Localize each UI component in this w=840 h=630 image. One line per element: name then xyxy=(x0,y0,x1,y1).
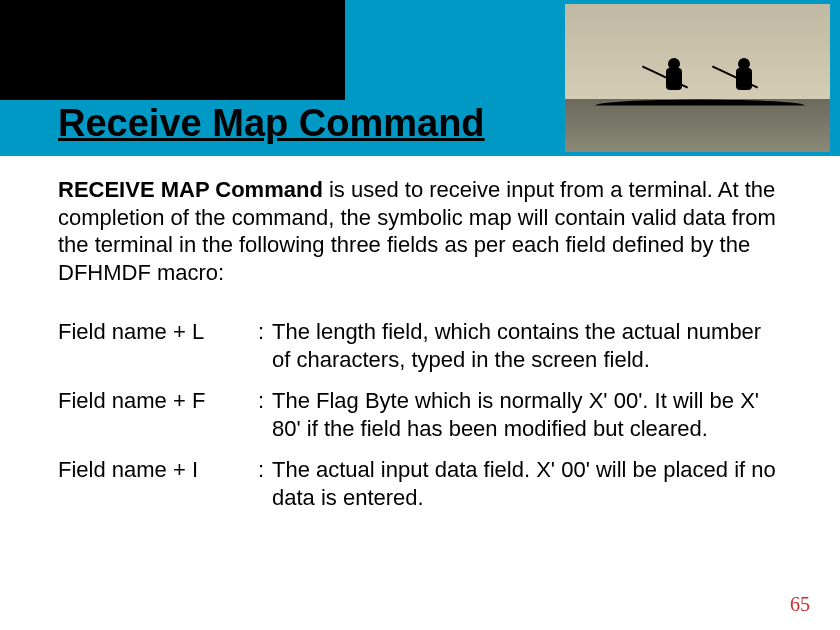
field-label: Field name + F xyxy=(58,387,258,442)
header-image-rower-2 xyxy=(730,58,756,98)
field-row: Field name + I : The actual input data f… xyxy=(58,456,782,511)
field-row: Field name + L : The length field, which… xyxy=(58,318,782,373)
slide: Receive Map Command RECEIVE MAP Command … xyxy=(0,0,840,630)
field-desc: The actual input data field. X' 00' will… xyxy=(272,456,782,511)
field-row: Field name + F : The Flag Byte which is … xyxy=(58,387,782,442)
field-colon: : xyxy=(258,318,272,373)
field-colon: : xyxy=(258,456,272,511)
header-image-sky xyxy=(565,4,830,99)
header-black-block xyxy=(0,0,345,100)
intro-paragraph: RECEIVE MAP Command is used to receive i… xyxy=(58,176,782,286)
field-desc: The length field, which contains the act… xyxy=(272,318,782,373)
field-desc: The Flag Byte which is normally X' 00'. … xyxy=(272,387,782,442)
field-table: Field name + L : The length field, which… xyxy=(58,318,782,525)
field-label: Field name + I xyxy=(58,456,258,511)
header-image-rower-1 xyxy=(660,58,686,98)
field-label: Field name + L xyxy=(58,318,258,373)
header-image xyxy=(565,4,830,152)
intro-lead: RECEIVE MAP Command xyxy=(58,177,323,202)
page-title: Receive Map Command xyxy=(58,102,485,145)
field-colon: : xyxy=(258,387,272,442)
header-image-water xyxy=(565,99,830,152)
header-image-boat xyxy=(595,100,805,106)
page-number: 65 xyxy=(790,593,810,616)
